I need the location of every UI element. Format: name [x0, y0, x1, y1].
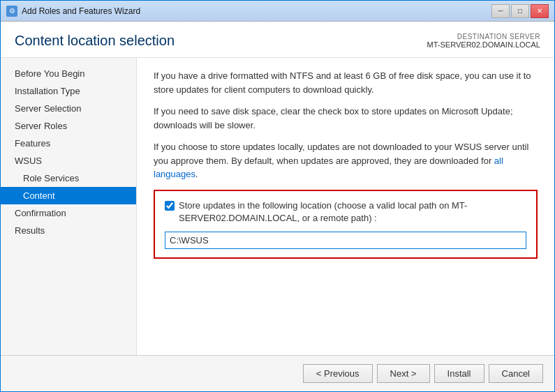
- previous-button[interactable]: < Previous: [303, 364, 373, 383]
- checkbox-label: Store updates in the following location …: [179, 199, 526, 225]
- destination-name: MT-SERVER02.DOMAIN.LOCAL: [427, 40, 540, 49]
- main-content: Content location selection DESTINATION S…: [1, 22, 554, 355]
- sidebar: Before You Begin Installation Type Serve…: [1, 58, 137, 355]
- page-title: Content location selection: [15, 33, 175, 49]
- title-bar-left: ⚙ Add Roles and Features Wizard: [6, 6, 140, 17]
- content-area: If you have a drive formatted with NTFS …: [137, 58, 554, 355]
- path-input[interactable]: [165, 232, 526, 249]
- sidebar-item-features[interactable]: Features: [1, 135, 136, 152]
- sidebar-item-installation-type[interactable]: Installation Type: [1, 82, 136, 100]
- destination-label: DESTINATION SERVER: [427, 33, 540, 40]
- store-updates-checkbox[interactable]: [165, 201, 175, 211]
- paragraph-3-suffix: .: [195, 169, 198, 179]
- paragraph-2: If you need to save disk space, clear th…: [154, 105, 538, 132]
- destination-server-info: DESTINATION SERVER MT-SERVER02.DOMAIN.LO…: [427, 33, 540, 49]
- main-window: ⚙ Add Roles and Features Wizard ─ □ ✕ Co…: [0, 0, 555, 392]
- content-location-section: Store updates in the following location …: [154, 190, 538, 259]
- close-button[interactable]: ✕: [531, 4, 549, 18]
- sidebar-item-server-roles[interactable]: Server Roles: [1, 117, 136, 135]
- body-section: Before You Begin Installation Type Serve…: [1, 58, 554, 355]
- maximize-button[interactable]: □: [511, 4, 529, 18]
- sidebar-item-content[interactable]: Content: [1, 187, 136, 204]
- cancel-button[interactable]: Cancel: [489, 364, 543, 383]
- checkbox-row: Store updates in the following location …: [165, 199, 526, 225]
- sidebar-item-wsus[interactable]: WSUS: [1, 152, 136, 169]
- paragraph-3: If you choose to store updates locally, …: [154, 140, 538, 181]
- sidebar-item-server-selection[interactable]: Server Selection: [1, 100, 136, 117]
- app-icon: ⚙: [6, 6, 17, 17]
- title-bar-controls: ─ □ ✕: [491, 4, 549, 18]
- sidebar-item-before-you-begin[interactable]: Before You Begin: [1, 65, 136, 82]
- title-bar: ⚙ Add Roles and Features Wizard ─ □ ✕: [1, 1, 554, 22]
- header-section: Content location selection DESTINATION S…: [1, 22, 554, 58]
- minimize-button[interactable]: ─: [491, 4, 510, 18]
- paragraph-1: If you have a drive formatted with NTFS …: [154, 69, 538, 96]
- window-title: Add Roles and Features Wizard: [22, 6, 140, 16]
- next-button[interactable]: Next >: [377, 364, 430, 383]
- install-button[interactable]: Install: [434, 364, 484, 383]
- paragraph-3-prefix: If you choose to store updates locally, …: [154, 142, 528, 166]
- sidebar-item-confirmation[interactable]: Confirmation: [1, 204, 136, 222]
- sidebar-item-results[interactable]: Results: [1, 222, 136, 239]
- sidebar-item-role-services[interactable]: Role Services: [1, 169, 136, 187]
- footer: < Previous Next > Install Cancel: [1, 355, 554, 391]
